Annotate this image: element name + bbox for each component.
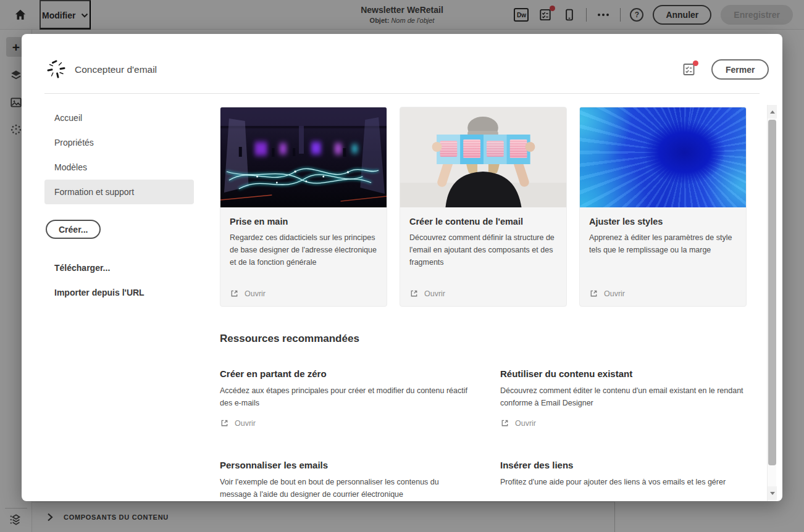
open-in-new-icon (500, 418, 509, 428)
resource-reutiliser-contenu: Réutiliser du contenu existant Découvrez… (500, 368, 747, 428)
resource-title: Insérer des liens (500, 460, 747, 470)
resources-grid: Créer en partant de zéro Accédez aux éta… (220, 368, 747, 501)
card-title: Créer le contenu de l'email (409, 217, 557, 227)
card-description: Découvrez comment définir la structure d… (409, 231, 557, 268)
open-card-link[interactable]: Ouvrir (230, 289, 377, 298)
nav-item-formation-et-support[interactable]: Formation et support (44, 180, 194, 204)
resource-description: Découvrez comment éditer le contenu d'un… (500, 384, 747, 409)
open-label: Ouvrir (604, 289, 625, 298)
resource-description: Accédez aux étapes principales pour crée… (220, 384, 469, 409)
open-in-new-icon (589, 289, 598, 298)
modal-title: Concepteur d'email (75, 64, 157, 75)
download-link[interactable]: Télécharger... (44, 256, 194, 280)
card-ajuster-styles: Ajuster les styles Apprenez à éditer les… (579, 107, 747, 307)
open-label: Ouvrir (515, 419, 536, 428)
scroll-up-arrow[interactable] (768, 105, 777, 118)
card-body: Créer le contenu de l'email Découvrez co… (400, 207, 566, 306)
nav-item-accueil[interactable]: Accueil (44, 106, 194, 130)
create-button[interactable]: Créer... (46, 220, 101, 239)
modal-header-divider (44, 93, 760, 94)
open-card-link[interactable]: Ouvrir (409, 289, 557, 298)
open-in-new-icon (230, 289, 239, 298)
modal-content: Prise en main Regardez ces didacticiels … (220, 107, 747, 501)
close-modal-button[interactable]: Fermer (711, 59, 769, 80)
open-in-new-icon (409, 289, 419, 298)
open-card-link[interactable]: Ouvrir (589, 289, 737, 298)
experience-manager-logo-icon (44, 57, 69, 81)
card-description: Regardez ces didacticiels sur les princi… (230, 231, 377, 268)
card-image-person-panels (400, 107, 566, 207)
resource-inserer-liens: Insérer des liens Profitez d'une aide po… (500, 460, 747, 501)
email-designer-modal: Concepteur d'email Fermer Accueil Propri… (22, 34, 782, 501)
card-prise-en-main: Prise en main Regardez ces didacticiels … (220, 107, 387, 307)
resource-description: Voir l'exemple de bout en bout de person… (220, 476, 469, 501)
resource-creer-de-zero: Créer en partant de zéro Accédez aux éta… (220, 368, 469, 428)
tutorial-cards-row: Prise en main Regardez ces didacticiels … (220, 107, 747, 307)
resource-personnaliser-emails: Personnaliser les emails Voir l'exemple … (220, 460, 469, 501)
card-description: Apprenez à éditer les paramètres de styl… (589, 231, 737, 256)
resources-section-title: Ressources recommandées (220, 333, 747, 345)
open-label: Ouvrir (424, 289, 445, 298)
nav-item-modeles[interactable]: Modèles (44, 155, 194, 180)
modal-nav-links: Télécharger... Importer depuis l'URL (44, 256, 194, 305)
card-body: Ajuster les styles Apprenez à éditer les… (580, 207, 746, 306)
import-from-url-link[interactable]: Importer depuis l'URL (44, 280, 194, 305)
modal-scrollbar[interactable] (767, 105, 776, 501)
nav-item-proprietes[interactable]: Propriétés (44, 130, 194, 155)
modal-side-nav: Accueil Propriétés Modèles Formation et … (44, 106, 194, 305)
resource-description: Profitez d'une aide pour ajouter des lie… (500, 476, 747, 488)
open-resource-link[interactable]: Ouvrir (500, 418, 536, 428)
notification-dot (693, 60, 698, 66)
card-body: Prise en main Regardez ces didacticiels … (220, 207, 387, 306)
resource-title: Personnaliser les emails (220, 460, 469, 470)
card-title: Ajuster les styles (589, 217, 737, 227)
resource-title: Réutiliser du contenu existant (500, 368, 747, 379)
open-label: Ouvrir (235, 419, 256, 428)
card-image-light-trails (220, 107, 387, 207)
resource-title: Créer en partant de zéro (220, 368, 469, 379)
open-label: Ouvrir (245, 289, 266, 298)
scrollbar-thumb[interactable] (768, 120, 776, 465)
scroll-down-arrow[interactable] (768, 486, 777, 500)
open-in-new-icon (220, 418, 229, 428)
open-resource-link[interactable]: Ouvrir (220, 418, 256, 428)
card-title: Prise en main (230, 217, 377, 227)
card-image-blue-ink (580, 107, 746, 207)
card-creer-contenu: Créer le contenu de l'email Découvrez co… (400, 107, 567, 307)
modal-tasks-notification-button[interactable] (681, 62, 696, 77)
